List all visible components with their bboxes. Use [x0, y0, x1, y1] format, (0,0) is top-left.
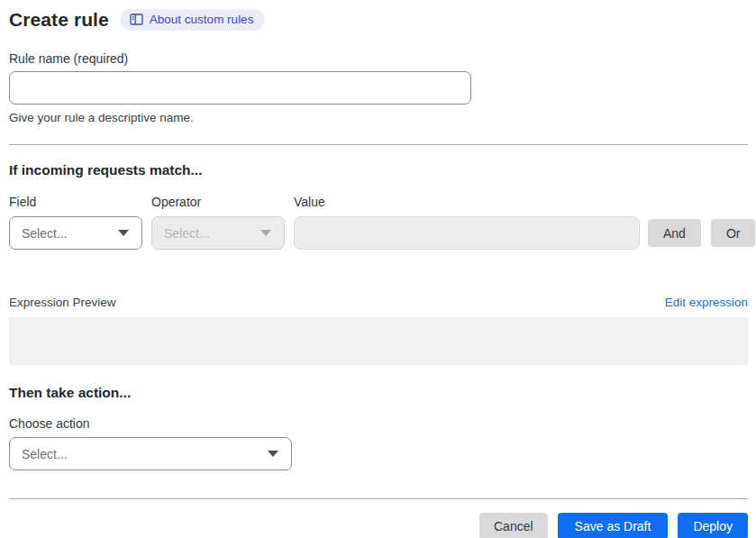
edit-expression-link[interactable]: Edit expression	[665, 296, 748, 309]
footer-actions: Cancel Save as Draft Deploy	[9, 513, 748, 538]
field-select-value: Select...	[22, 226, 68, 241]
field-column: Field Select...	[9, 195, 142, 250]
value-column: Value	[294, 195, 640, 250]
expression-preview-row: Expression Preview Edit expression	[9, 296, 748, 309]
about-custom-rules-label: About custom rules	[150, 13, 254, 26]
deploy-button[interactable]: Deploy	[678, 513, 748, 538]
operator-label: Operator	[151, 195, 285, 209]
chevron-down-icon	[118, 230, 129, 236]
footer-divider	[9, 498, 748, 499]
or-button[interactable]: Or	[711, 219, 756, 247]
operator-select-value: Select...	[164, 226, 210, 241]
match-condition-row: Field Select... Operator Select... Value…	[9, 195, 748, 250]
page-title: Create rule	[9, 9, 109, 31]
value-label: Value	[294, 195, 640, 209]
operator-select[interactable]: Select...	[151, 216, 285, 250]
choose-action-label: Choose action	[9, 416, 748, 431]
save-as-draft-button[interactable]: Save as Draft	[558, 513, 669, 538]
operator-column: Operator Select...	[151, 195, 285, 250]
and-button[interactable]: And	[648, 219, 701, 247]
section-divider	[9, 144, 748, 145]
rule-name-input[interactable]	[9, 71, 471, 105]
chevron-down-icon	[260, 230, 271, 236]
action-section-heading: Then take action...	[9, 385, 748, 401]
field-label: Field	[9, 195, 142, 209]
create-rule-page: Create rule About custom rules Rule name…	[0, 0, 756, 538]
match-section-heading: If incoming requests match...	[9, 162, 748, 178]
expression-preview-label: Expression Preview	[9, 296, 116, 309]
about-custom-rules-badge[interactable]: About custom rules	[120, 9, 266, 31]
rule-name-help: Give your rule a descriptive name.	[9, 111, 748, 124]
expression-preview-box	[9, 317, 748, 365]
choose-action-select-value: Select...	[22, 447, 68, 461]
chevron-down-icon	[268, 451, 278, 457]
rule-name-label: Rule name (required)	[9, 51, 748, 66]
book-icon	[130, 14, 143, 25]
choose-action-select[interactable]: Select...	[9, 437, 292, 470]
page-header: Create rule About custom rules	[9, 9, 748, 31]
cancel-button[interactable]: Cancel	[479, 513, 548, 538]
field-select[interactable]: Select...	[9, 216, 142, 250]
value-input[interactable]	[294, 216, 640, 250]
